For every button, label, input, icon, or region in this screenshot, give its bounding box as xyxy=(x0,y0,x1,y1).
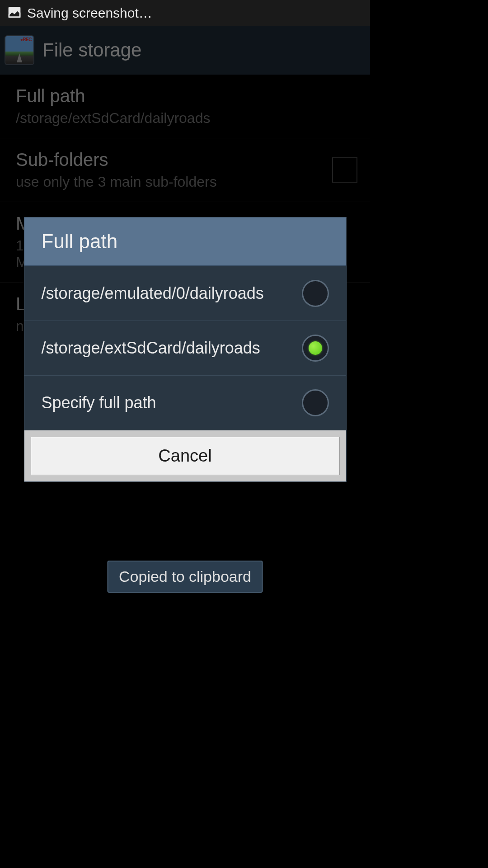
option-label: /storage/emulated/0/dailyroads xyxy=(42,284,264,303)
option-label: /storage/extSdCard/dailyroads xyxy=(42,339,260,358)
toast-notification: Copied to clipboard xyxy=(107,561,263,593)
dialog-title: Full path xyxy=(42,230,329,253)
toast-text: Copied to clipboard xyxy=(119,568,251,585)
radio-button[interactable] xyxy=(302,280,329,307)
cancel-button[interactable]: Cancel xyxy=(31,437,340,475)
option-ext-sdcard[interactable]: /storage/extSdCard/dailyroads xyxy=(24,321,346,376)
dialog-header: Full path xyxy=(24,217,346,266)
option-specify-path[interactable]: Specify full path xyxy=(24,376,346,430)
radio-button[interactable] xyxy=(302,389,329,416)
option-emulated-storage[interactable]: /storage/emulated/0/dailyroads xyxy=(24,266,346,321)
option-label: Specify full path xyxy=(42,393,156,412)
full-path-dialog: Full path /storage/emulated/0/dailyroads… xyxy=(24,217,347,482)
radio-button-checked[interactable] xyxy=(302,335,329,362)
dialog-overlay: Full path /storage/emulated/0/dailyroads… xyxy=(0,0,370,658)
dialog-footer: Cancel xyxy=(24,430,346,481)
